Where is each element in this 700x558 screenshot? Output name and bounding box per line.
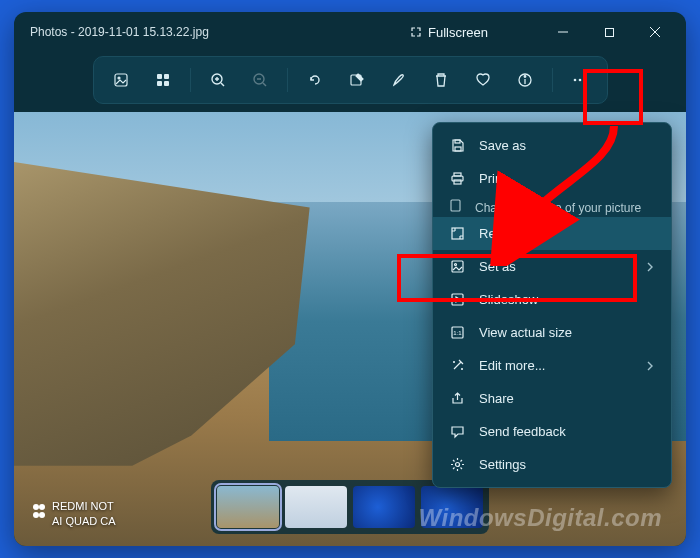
menu-item-slideshow[interactable]: Slideshow <box>433 283 671 316</box>
info-button[interactable] <box>506 63 544 97</box>
menu-item-set-as[interactable]: Set as <box>433 250 671 283</box>
chevron-right-icon <box>645 361 655 371</box>
svg-rect-31 <box>454 173 461 176</box>
menu-item-view-actual-size[interactable]: 1:1 View actual size <box>433 316 671 349</box>
more-options-menu: Save as Print Change the size of your pi… <box>432 122 672 488</box>
markup-button[interactable] <box>380 63 418 97</box>
svg-point-22 <box>578 79 581 82</box>
minimize-button[interactable] <box>540 12 586 52</box>
close-button[interactable] <box>632 12 678 52</box>
menu-item-settings[interactable]: Settings <box>433 448 671 481</box>
svg-rect-28 <box>455 147 461 151</box>
svg-point-25 <box>39 504 45 510</box>
window-title: Photos - 2019-11-01 15.13.22.jpg <box>30 25 209 39</box>
titlebar: Photos - 2019-11-01 15.13.22.jpg Fullscr… <box>14 12 686 52</box>
svg-point-20 <box>524 76 526 78</box>
fullscreen-icon <box>410 26 422 38</box>
thumbnail[interactable] <box>285 486 347 528</box>
thumbnail[interactable] <box>217 486 279 528</box>
ellipsis-icon <box>572 72 588 88</box>
info-icon <box>517 72 533 88</box>
zoom-in-button[interactable] <box>199 63 237 97</box>
more-options-button[interactable] <box>561 63 599 97</box>
menu-caption-resize: Change the size of your picture <box>433 195 671 217</box>
grid-icon <box>155 72 171 88</box>
svg-line-15 <box>263 83 266 86</box>
svg-rect-6 <box>157 74 162 79</box>
delete-button[interactable] <box>422 63 460 97</box>
trash-icon <box>433 72 449 88</box>
svg-rect-29 <box>455 140 460 143</box>
zoom-out-button[interactable] <box>241 63 279 97</box>
wallpaper-icon <box>449 259 465 274</box>
svg-point-44 <box>455 463 459 467</box>
menu-item-edit-more[interactable]: Edit more... <box>433 349 671 382</box>
svg-rect-33 <box>451 200 460 211</box>
svg-line-11 <box>221 83 224 86</box>
window-controls <box>540 12 678 52</box>
menu-item-print[interactable]: Print <box>433 162 671 195</box>
print-icon <box>449 171 465 186</box>
picture-icon <box>449 199 465 212</box>
menu-item-resize[interactable]: Resize <box>433 217 671 250</box>
gear-icon <box>449 457 465 472</box>
svg-point-27 <box>39 512 45 518</box>
share-icon <box>449 391 465 406</box>
menu-item-send-feedback[interactable]: Send feedback <box>433 415 671 448</box>
svg-text:1:1: 1:1 <box>453 330 462 336</box>
favorite-button[interactable] <box>464 63 502 97</box>
svg-point-24 <box>33 504 39 510</box>
svg-point-40 <box>454 264 456 266</box>
edit-image-icon <box>349 72 365 88</box>
svg-rect-9 <box>164 81 169 86</box>
svg-rect-8 <box>157 81 162 86</box>
fullscreen-button[interactable]: Fullscreen <box>398 19 500 46</box>
photos-app-window: Photos - 2019-11-01 15.13.22.jpg Fullscr… <box>14 12 686 546</box>
camera-watermark: REDMI NOT AI QUAD CA <box>32 499 116 528</box>
rotate-icon <box>307 72 323 88</box>
zoom-out-icon <box>252 72 268 88</box>
svg-point-26 <box>33 512 39 518</box>
heart-icon <box>475 72 491 88</box>
view-mode-button[interactable] <box>102 63 140 97</box>
edit-button[interactable] <box>338 63 376 97</box>
magic-icon <box>449 358 465 373</box>
file-name: 2019-11-01 15.13.22.jpg <box>78 25 209 39</box>
menu-item-save-as[interactable]: Save as <box>433 129 671 162</box>
photo-toolbar <box>93 56 608 104</box>
site-watermark: WindowsDigital.com <box>419 504 662 532</box>
thumbnail[interactable] <box>353 486 415 528</box>
feedback-icon <box>449 424 465 439</box>
svg-point-5 <box>118 77 120 79</box>
app-name: Photos <box>30 25 67 39</box>
play-icon <box>449 292 465 307</box>
svg-point-21 <box>573 79 576 82</box>
actual-size-icon: 1:1 <box>449 325 465 340</box>
camera-logo-icon <box>32 503 46 525</box>
pen-icon <box>391 72 407 88</box>
save-icon <box>449 138 465 153</box>
zoom-in-icon <box>210 72 226 88</box>
svg-rect-34 <box>452 228 463 239</box>
svg-point-23 <box>583 79 586 82</box>
svg-rect-7 <box>164 74 169 79</box>
menu-item-share[interactable]: Share <box>433 382 671 415</box>
svg-rect-39 <box>452 261 463 272</box>
resize-icon <box>449 226 465 241</box>
svg-rect-1 <box>605 28 613 36</box>
image-icon <box>113 72 129 88</box>
chevron-right-icon <box>645 262 655 272</box>
fullscreen-label: Fullscreen <box>428 25 488 40</box>
rotate-button[interactable] <box>296 63 334 97</box>
maximize-button[interactable] <box>586 12 632 52</box>
gallery-button[interactable] <box>144 63 182 97</box>
